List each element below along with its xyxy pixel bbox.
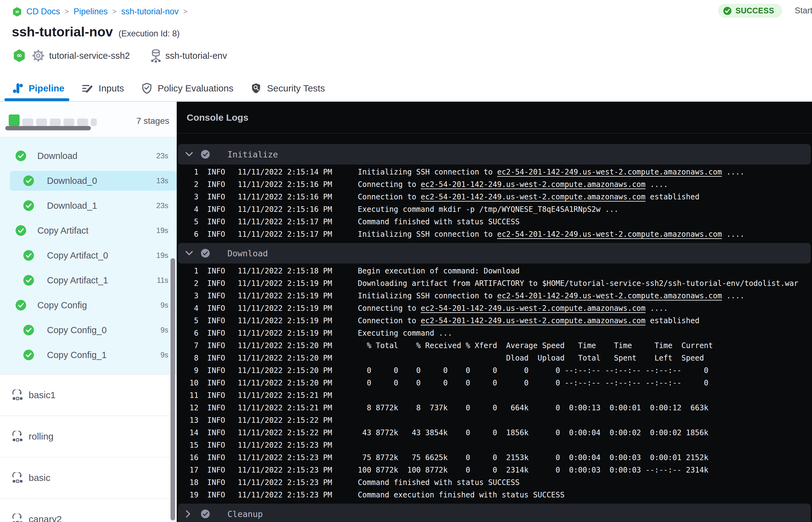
log-section-header[interactable]: Cleanup xyxy=(178,504,811,522)
log-line-number: 2 xyxy=(178,180,199,189)
breadcrumb-link-pipelines[interactable]: Pipelines xyxy=(74,7,108,17)
log-message: 0 0 0 0 0 0 0 0 --:--:-- --:--:-- --:--:… xyxy=(358,366,708,375)
log-text: .... xyxy=(722,230,744,239)
log-host-link[interactable]: ec2-54-201-142-249.us-west-2.compute.ama… xyxy=(421,316,645,325)
stage-duration: 19s xyxy=(156,251,168,260)
stage-row[interactable]: Copy Config 9s xyxy=(0,293,177,318)
stage-label: Copy Artifact_0 xyxy=(47,250,108,261)
breadcrumb-link-pipeline-name[interactable]: ssh-tutorial-nov xyxy=(121,7,179,17)
log-level: INFO xyxy=(207,354,226,362)
log-line: 1INFO11/11/2022 2:15:14 PMInitializing S… xyxy=(178,166,812,178)
log-line-number: 15 xyxy=(178,441,199,449)
log-text: established xyxy=(646,316,699,325)
log-text: % Total % Received % Xferd Average Speed… xyxy=(358,341,713,350)
rollback-list: basic1 rolling basic canary2 xyxy=(0,374,177,522)
log-line-number: 6 xyxy=(178,230,199,239)
rollback-stage-row[interactable]: basic xyxy=(0,457,177,498)
stage-row[interactable]: Download_1 23s xyxy=(0,193,177,218)
log-message: 100 8772k 100 8772k 0 0 2314k 0 0:00:03 … xyxy=(358,466,708,475)
log-line-number: 5 xyxy=(178,316,199,325)
service-name[interactable]: tutorial-service-ssh2 xyxy=(49,51,130,61)
log-level: INFO xyxy=(207,379,226,387)
log-message: Connecting to ec2-54-201-142-249.us-west… xyxy=(358,304,668,313)
log-host-link[interactable]: ec2-54-201-142-249.us-west-2.compute.ama… xyxy=(421,193,645,201)
stage-row[interactable]: Copy Artifact 19s xyxy=(0,218,177,243)
sidebar-scrollbar[interactable] xyxy=(170,258,175,520)
log-message: Begin execution of command: Download xyxy=(358,267,520,275)
status-badge: SUCCESS xyxy=(718,4,782,18)
log-text: 75 8772k 75 6625k 0 0 2153k 0 0:00:04 0:… xyxy=(358,453,708,462)
log-text: Connecting to xyxy=(358,180,421,189)
log-host-link[interactable]: ec2-54-201-142-249.us-west-2.compute.ama… xyxy=(497,230,722,239)
log-text: Connection to xyxy=(358,316,421,325)
log-text: established xyxy=(646,193,699,201)
log-host-link[interactable]: ec2-54-201-142-249.us-west-2.compute.ama… xyxy=(497,292,722,300)
log-timestamp: 11/11/2022 2:15:17 PM xyxy=(238,230,332,239)
stage-duration: 9s xyxy=(161,301,168,309)
log-line: 3INFO11/11/2022 2:15:16 PMConnection to … xyxy=(178,191,812,203)
title-row: ssh-tutorial-nov (Execution Id: 8) xyxy=(12,24,180,40)
stage-row[interactable]: Copy Artifact_1 11s xyxy=(0,268,177,293)
log-line-number: 4 xyxy=(178,304,199,313)
rollback-stage-label: basic xyxy=(28,473,50,483)
log-message: Initializing SSH connection to ec2-54-20… xyxy=(358,168,745,176)
stage-row[interactable]: Copy Config_0 9s xyxy=(0,318,177,342)
log-line: 14INFO11/11/2022 2:15:22 PM 43 8772k 43 … xyxy=(178,426,812,439)
chevron-down-icon[interactable] xyxy=(185,250,195,256)
log-section: Download1INFO11/11/2022 2:15:18 PMBegin … xyxy=(177,243,812,502)
stage-count-label: 7 stages xyxy=(136,116,169,126)
rollback-stage-row[interactable]: canary2 xyxy=(0,498,177,522)
log-host-link[interactable]: ec2-54-201-142-249.us-west-2.compute.ama… xyxy=(497,168,722,176)
log-level: INFO xyxy=(207,453,226,462)
stage-row[interactable]: Download 23s xyxy=(0,143,177,168)
environment-icon xyxy=(150,49,161,62)
log-message: 75 8772k 75 6625k 0 0 2153k 0 0:00:04 0:… xyxy=(358,453,708,462)
environment-name[interactable]: ssh-tutorial-env xyxy=(165,51,227,61)
start-time-label: Start time xyxy=(795,6,812,16)
log-line: 5INFO11/11/2022 2:15:17 PMCommand finish… xyxy=(178,216,812,228)
page-header: ∞ CD Docs > Pipelines > ssh-tutorial-nov… xyxy=(0,0,812,101)
log-line: 9INFO11/11/2022 2:15:20 PM 0 0 0 0 0 0 0… xyxy=(178,364,812,377)
success-check-icon xyxy=(23,275,34,286)
log-section-name: Download xyxy=(227,248,268,258)
tab-pipeline[interactable]: Pipeline xyxy=(12,76,65,101)
rollback-stage-row[interactable]: rolling xyxy=(0,416,177,457)
pipeline-icon xyxy=(13,83,23,94)
log-section-header[interactable]: Download xyxy=(178,243,811,263)
stage-label: Download_1 xyxy=(47,201,97,211)
stage-row[interactable]: Copy Artifact_0 19s xyxy=(0,243,177,268)
rollback-stage-row[interactable]: basic1 xyxy=(0,374,177,416)
stage-graph-scrollbar[interactable] xyxy=(5,126,91,130)
log-line: 6INFO11/11/2022 2:15:19 PMExecuting comm… xyxy=(178,327,812,339)
tab-label: Security Tests xyxy=(267,83,325,94)
tab-policy-evaluations[interactable]: Policy Evaluations xyxy=(141,76,234,101)
log-message: Command execution finished with status S… xyxy=(358,490,565,499)
stage-progress-square xyxy=(91,119,97,126)
log-section-header[interactable]: Initialize xyxy=(178,144,811,164)
log-text: Begin execution of command: Download xyxy=(358,267,520,275)
stage-duration: 23s xyxy=(156,201,168,210)
log-text: Initializing SSH connection to xyxy=(358,292,497,300)
stage-row[interactable]: Download_0 13s xyxy=(0,168,177,193)
log-timestamp: 11/11/2022 2:15:19 PM xyxy=(238,292,332,300)
log-message: 0 0 0 0 0 0 0 0 --:--:-- --:--:-- --:--:… xyxy=(358,379,708,387)
chevron-right-icon[interactable] xyxy=(185,510,195,518)
log-host-link[interactable]: ec2-54-201-142-249.us-west-2.compute.ama… xyxy=(421,180,645,189)
stage-label: Copy Config xyxy=(37,300,87,310)
log-level: INFO xyxy=(207,180,226,189)
log-host-link[interactable]: ec2-54-201-142-249.us-west-2.compute.ama… xyxy=(421,304,645,313)
stage-duration: 23s xyxy=(156,152,168,160)
tab-inputs[interactable]: Inputs xyxy=(81,76,125,101)
chevron-down-icon[interactable] xyxy=(185,151,195,157)
log-message: Command finished with status SUCCESS xyxy=(358,478,520,487)
tab-label: Inputs xyxy=(99,83,124,94)
log-message: Connecting to ec2-54-201-142-249.us-west… xyxy=(358,180,668,189)
stage-row[interactable]: Copy Config_1 9s xyxy=(0,342,177,367)
tab-security-tests[interactable]: Security Tests xyxy=(250,76,325,101)
breadcrumb-link-cd-docs[interactable]: CD Docs xyxy=(26,7,60,17)
log-level: INFO xyxy=(207,428,226,437)
log-line-number: 1 xyxy=(178,168,199,176)
log-timestamp: 11/11/2022 2:15:20 PM xyxy=(238,366,332,375)
log-lines: 1INFO11/11/2022 2:15:18 PMBegin executio… xyxy=(177,263,812,502)
log-text: Command finished with status SUCCESS xyxy=(358,478,520,487)
